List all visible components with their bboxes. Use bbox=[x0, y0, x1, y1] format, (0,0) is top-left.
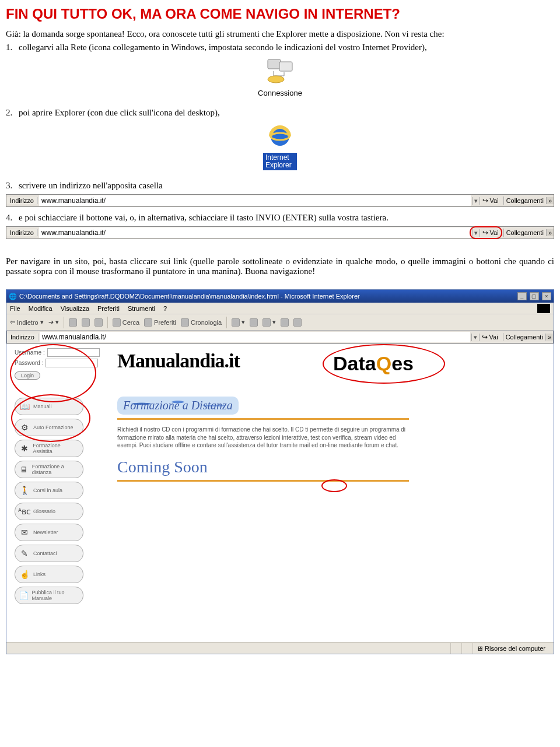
menu-file[interactable]: File bbox=[10, 305, 20, 312]
abc-icon: ᴬʙᴄ bbox=[19, 506, 30, 517]
ie-label-1: Internet bbox=[265, 153, 289, 162]
gear-icon: ⚙ bbox=[19, 422, 30, 433]
addr-dropdown-b[interactable]: ▾ bbox=[471, 334, 480, 341]
divider-2 bbox=[117, 480, 409, 482]
forward-arrow-icon: ➔ bbox=[48, 318, 54, 326]
connection-figure: Connessione bbox=[6, 58, 554, 97]
divider bbox=[117, 418, 409, 420]
discuss-button[interactable] bbox=[281, 318, 289, 327]
nav-contattaci[interactable]: ✎Contattaci bbox=[15, 545, 83, 562]
addr-label-b: Indirizzo bbox=[7, 334, 38, 341]
related-button[interactable] bbox=[293, 318, 302, 327]
go-button-b[interactable]: Vai bbox=[480, 333, 503, 341]
links-button-b[interactable]: Collegamenti bbox=[503, 334, 545, 341]
maximize-button[interactable]: ▢ bbox=[530, 292, 539, 300]
step-3: 3.scrivere un indirizzo nell'apposita ca… bbox=[6, 181, 554, 191]
svg-rect-1 bbox=[279, 62, 292, 71]
addr-dropdown-icon[interactable]: ▾ bbox=[472, 197, 480, 205]
home-button[interactable] bbox=[94, 318, 103, 327]
nav-fa-label: Formazione Assistita bbox=[33, 443, 79, 454]
main-body: Formazione a Distanza Richiedi il nostro… bbox=[117, 397, 409, 488]
nav-pubblica[interactable]: 📄Pubblica il tuo Manuale bbox=[15, 587, 83, 604]
nav-formazione-distanza[interactable]: 🖥Formazione a distanza bbox=[15, 461, 83, 478]
go-button[interactable]: Vai bbox=[480, 197, 504, 205]
envelope-icon: ✉ bbox=[19, 527, 30, 538]
computer-icon: 🖥 bbox=[477, 645, 483, 652]
links-button[interactable]: Collegamenti bbox=[504, 197, 546, 204]
links-button-2[interactable]: Collegamenti bbox=[504, 229, 546, 236]
search-label: Cerca bbox=[123, 319, 139, 326]
chevron-icon-2[interactable]: » bbox=[546, 229, 554, 236]
stop-button[interactable] bbox=[69, 318, 77, 327]
addr-input-2[interactable]: www.manualandia.it/ bbox=[39, 227, 471, 238]
step-3-text: scrivere un indirizzo nell'apposita case… bbox=[19, 181, 163, 190]
browser-window: 🌐 C:\Documents and Settings\raff.DQDOM2\… bbox=[6, 289, 554, 654]
password-input[interactable] bbox=[46, 359, 98, 367]
print-button[interactable] bbox=[250, 318, 258, 327]
address-bar-1: Indirizzo www.manualandia.it/ ▾ Vai Coll… bbox=[6, 194, 554, 207]
menu-strumenti[interactable]: Strumenti bbox=[128, 305, 155, 312]
book-icon: 📖 bbox=[19, 401, 30, 412]
chevron-icon[interactable]: » bbox=[546, 197, 554, 204]
nav-links[interactable]: ☝Links bbox=[15, 566, 83, 583]
step-4-text: e poi schiacciare il bottone vai, o, in … bbox=[19, 213, 388, 222]
menu-modifica[interactable]: Modifica bbox=[29, 305, 52, 312]
forward-button[interactable]: ➔▾ bbox=[48, 318, 59, 326]
status-zone: 🖥 Risorse del computer bbox=[473, 643, 549, 654]
menu-visualizza[interactable]: Visualizza bbox=[61, 305, 89, 312]
step-4-num: 4. bbox=[6, 213, 19, 223]
addr-dropdown-icon-2[interactable]: ▾ bbox=[472, 229, 480, 237]
menu-help[interactable]: ? bbox=[163, 305, 167, 312]
nav-gloss-label: Glossario bbox=[33, 508, 55, 514]
login-button[interactable]: Login bbox=[15, 371, 40, 380]
minimize-button[interactable]: _ bbox=[517, 292, 527, 300]
toolbar: ⇦Indietro▾ ➔▾ Cerca Preferiti Cronologia… bbox=[6, 314, 554, 331]
addr-label: Indirizzo bbox=[6, 197, 38, 204]
search-button[interactable]: Cerca bbox=[113, 318, 139, 327]
nav-auto-formazione[interactable]: ⚙Auto Formazione bbox=[15, 419, 83, 436]
edit-button[interactable]: ▾ bbox=[262, 318, 276, 327]
go-button-2[interactable]: Vai bbox=[480, 229, 504, 237]
menu-preferiti[interactable]: Preferiti bbox=[97, 305, 120, 312]
step-2-text: poi aprire Explorer (con due click sull'… bbox=[19, 108, 220, 117]
ie-label-2: Explorer bbox=[265, 161, 292, 169]
nav-formazione-assistita[interactable]: ✱Formazione Assistita bbox=[15, 440, 83, 457]
password-label: Password : bbox=[15, 360, 43, 366]
chevron-b[interactable]: » bbox=[545, 334, 553, 341]
coming-soon: Coming Soon bbox=[117, 458, 409, 476]
addr-input-b[interactable]: www.manualandia.it/ bbox=[40, 332, 470, 342]
addr-label-2: Indirizzo bbox=[6, 229, 38, 236]
nav-pub-label: Pubblica il tuo Manuale bbox=[32, 590, 79, 601]
step-2: 2.poi aprire Explorer (con due click sul… bbox=[6, 108, 554, 118]
person-icon: ✱ bbox=[19, 443, 30, 454]
window-titlebar: 🌐 C:\Documents and Settings\raff.DQDOM2\… bbox=[6, 290, 554, 303]
nav-manuali[interactable]: 📖Manuali bbox=[15, 398, 83, 415]
addr-input[interactable]: www.manualandia.it/ bbox=[39, 195, 471, 206]
address-bar-2: Indirizzo www.manualandia.it/ ▾ Vai Coll… bbox=[6, 226, 554, 239]
refresh-button[interactable] bbox=[82, 318, 90, 327]
nav-corsi-aula[interactable]: 🚶Corsi in aula bbox=[15, 482, 83, 499]
svg-point-2 bbox=[268, 76, 284, 83]
back-button[interactable]: ⇦Indietro▾ bbox=[10, 318, 44, 326]
nav-glossario[interactable]: ᴬʙᴄGlossario bbox=[15, 503, 83, 520]
mail-button[interactable]: ▾ bbox=[232, 318, 245, 327]
address-bar-browser: Indirizzo www.manualandia.it/ ▾ Vai Coll… bbox=[6, 331, 554, 343]
step-1-num: 1. bbox=[6, 43, 19, 52]
favorites-icon bbox=[144, 318, 152, 327]
favorites-label: Preferiti bbox=[154, 319, 176, 326]
nav-links-label: Links bbox=[33, 571, 46, 577]
history-button[interactable]: Cronologia bbox=[181, 318, 222, 327]
nav-newsletter[interactable]: ✉Newsletter bbox=[15, 524, 83, 541]
nav-fd-label: Formazione a distanza bbox=[32, 464, 79, 475]
ie-icon bbox=[263, 124, 297, 150]
status-text: Risorse del computer bbox=[485, 645, 545, 652]
dataq-q: Q bbox=[376, 352, 391, 374]
discuss-icon bbox=[281, 318, 289, 327]
close-button[interactable]: × bbox=[542, 292, 551, 300]
favorites-button[interactable]: Preferiti bbox=[144, 318, 176, 327]
search-icon bbox=[113, 318, 121, 327]
site-logo: Manualandia.it bbox=[117, 350, 240, 372]
status-bar: 🖥 Risorse del computer bbox=[6, 642, 554, 654]
username-input[interactable] bbox=[47, 348, 100, 357]
home-icon bbox=[94, 318, 103, 327]
